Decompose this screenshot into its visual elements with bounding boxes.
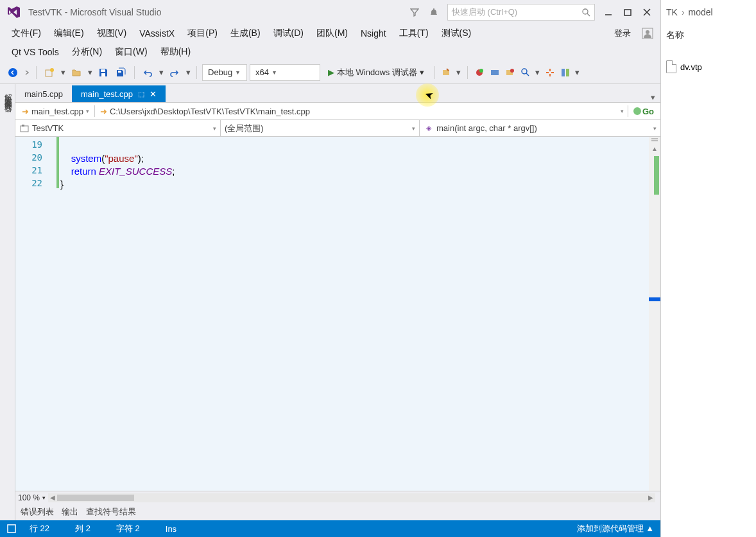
- output-tab[interactable]: 输出: [62, 506, 78, 518]
- svg-rect-11: [101, 69, 105, 72]
- solution-explorer-tab[interactable]: 解决方案资源管理器: [0, 84, 15, 520]
- new-dropdown[interactable]: ▾: [60, 65, 66, 80]
- tool5-dropdown[interactable]: ▾: [535, 65, 541, 80]
- tool-icon-7[interactable]: [559, 66, 572, 79]
- tool-icon-2[interactable]: [473, 66, 486, 79]
- notifications-icon[interactable]: [425, 4, 442, 21]
- svg-line-1: [587, 13, 590, 16]
- menu-qt[interactable]: Qt VS Tools: [5, 44, 65, 60]
- menu-team[interactable]: 团队(M): [310, 25, 354, 42]
- tool-icon-4[interactable]: [504, 66, 517, 79]
- tool-icon-3[interactable]: [488, 66, 501, 79]
- nav-forward-button[interactable]: [23, 65, 31, 80]
- redo-dropdown[interactable]: ▾: [185, 65, 191, 80]
- tab-overflow-button[interactable]: ▾: [646, 92, 660, 102]
- status-bar: 行 22 列 2 字符 2 Ins 添加到源代码管理 ▲: [0, 520, 660, 537]
- project-combo[interactable]: TestVTK▾: [15, 120, 221, 136]
- menu-test[interactable]: 测试(S): [435, 25, 478, 42]
- document-tab-strip: main5.cpp main_test.cpp ⬚ ✕ ▾: [15, 84, 660, 102]
- horizontal-scrollbar[interactable]: ◀▶: [48, 493, 655, 502]
- menu-nsight[interactable]: Nsight: [354, 26, 393, 41]
- svg-rect-17: [491, 70, 499, 75]
- fold-margin[interactable]: [47, 137, 56, 491]
- open-dropdown[interactable]: ▾: [87, 65, 93, 80]
- code-text[interactable]: system("pause"); return EXIT_SUCCESS; }: [60, 137, 649, 491]
- svg-point-20: [522, 69, 527, 74]
- line-number-gutter: 19 20 21 22: [15, 137, 47, 491]
- menu-vassistx[interactable]: VAssistX: [133, 26, 181, 41]
- tool-icon-1[interactable]: [440, 66, 453, 79]
- open-file-button[interactable]: [69, 65, 84, 80]
- menu-file[interactable]: 文件(F): [5, 25, 47, 42]
- side-panel: TK›model 名称 dv.vtp: [661, 0, 756, 537]
- menu-bar-2: Qt VS Tools 分析(N) 窗口(W) 帮助(H): [0, 43, 660, 61]
- maximize-button[interactable]: [619, 4, 636, 21]
- zoom-combo[interactable]: 100 %▾: [18, 493, 46, 502]
- menu-edit[interactable]: 编辑(E): [47, 25, 90, 42]
- menu-help[interactable]: 帮助(H): [154, 44, 197, 60]
- status-ins: Ins: [166, 524, 176, 534]
- svg-rect-23: [566, 69, 569, 76]
- nav-path-combo[interactable]: ➜C:\Users\jxd\Desktop\TestVTK\TestVTK\ma…: [96, 103, 618, 119]
- login-link[interactable]: 登录: [608, 25, 637, 42]
- nav-bar: ➜main_test.cpp▾ ➜C:\Users\jxd\Desktop\Te…: [15, 102, 660, 120]
- vertical-scrollbar[interactable]: ▲: [649, 137, 660, 491]
- quick-launch-input[interactable]: 快速启动 (Ctrl+Q): [447, 4, 595, 21]
- editor-footer: 100 %▾ ◀▶: [15, 491, 660, 504]
- quick-launch-placeholder: 快速启动 (Ctrl+Q): [452, 6, 581, 18]
- filter-icon[interactable]: [406, 4, 423, 21]
- svg-line-21: [526, 73, 529, 76]
- nav-file-combo[interactable]: ➜main_test.cpp▾: [18, 103, 93, 119]
- close-button[interactable]: [639, 4, 655, 21]
- search-icon: [581, 8, 590, 17]
- column-header-name[interactable]: 名称: [661, 19, 756, 45]
- find-results-tab[interactable]: 查找符号结果: [86, 506, 136, 518]
- redo-button[interactable]: [167, 65, 182, 80]
- svg-point-10: [50, 68, 54, 72]
- go-button[interactable]: Go: [630, 107, 658, 116]
- doc-tab-inactive[interactable]: main5.cpp: [15, 85, 72, 102]
- svg-rect-24: [21, 126, 28, 132]
- menu-tools[interactable]: 工具(T): [393, 25, 435, 42]
- save-button[interactable]: [96, 65, 111, 80]
- platform-combo[interactable]: x64▾: [250, 64, 320, 81]
- user-icon[interactable]: [640, 26, 655, 41]
- file-name: dv.vtp: [680, 62, 702, 72]
- nav-back-button[interactable]: [5, 65, 21, 80]
- new-project-button[interactable]: [42, 65, 57, 80]
- menu-window[interactable]: 窗口(W): [108, 44, 154, 60]
- svg-point-0: [583, 9, 588, 14]
- menu-project[interactable]: 项目(P): [181, 25, 224, 42]
- breadcrumb[interactable]: TK›model: [661, 0, 756, 19]
- menu-build[interactable]: 生成(B): [224, 25, 267, 42]
- svg-point-8: [8, 68, 17, 77]
- code-editor[interactable]: 19 20 21 22 system("pause"); return EXIT…: [15, 137, 660, 491]
- context-bar: TestVTK▾ (全局范围)▾ ◈ main(int argc, char *…: [15, 120, 660, 137]
- split-handle[interactable]: [649, 137, 660, 143]
- tab-close-icon[interactable]: ✕: [150, 89, 157, 99]
- svg-point-19: [510, 69, 514, 73]
- pin-icon[interactable]: ⬚: [138, 90, 144, 98]
- menu-view[interactable]: 视图(V): [90, 25, 133, 42]
- tool-icon-6[interactable]: [544, 66, 556, 79]
- save-all-button[interactable]: [114, 65, 129, 80]
- toolbar-overflow[interactable]: ▾: [574, 65, 581, 80]
- status-col: 列 2: [75, 523, 90, 534]
- file-icon: [666, 60, 676, 73]
- function-combo[interactable]: ◈ main(int argc, char * argv[])▾: [420, 120, 660, 136]
- tool1-dropdown[interactable]: ▾: [456, 65, 462, 80]
- minimize-button[interactable]: [600, 4, 617, 21]
- status-icon: [6, 524, 17, 534]
- doc-tab-active[interactable]: main_test.cpp ⬚ ✕: [72, 85, 166, 102]
- source-control-link[interactable]: 添加到源代码管理 ▲: [577, 523, 654, 534]
- file-item[interactable]: dv.vtp: [661, 58, 756, 76]
- undo-dropdown[interactable]: ▾: [158, 65, 164, 80]
- tool-icon-5[interactable]: [519, 66, 532, 79]
- start-debug-button[interactable]: ▶本地 Windows 调试器▾: [323, 64, 429, 81]
- menu-analyze[interactable]: 分析(N): [65, 44, 108, 60]
- undo-button[interactable]: [140, 65, 155, 80]
- error-list-tab[interactable]: 错误列表: [21, 506, 54, 518]
- config-combo[interactable]: Debug▾: [202, 64, 247, 81]
- menu-debug[interactable]: 调试(D): [267, 25, 310, 42]
- scope-combo[interactable]: (全局范围)▾: [221, 120, 420, 136]
